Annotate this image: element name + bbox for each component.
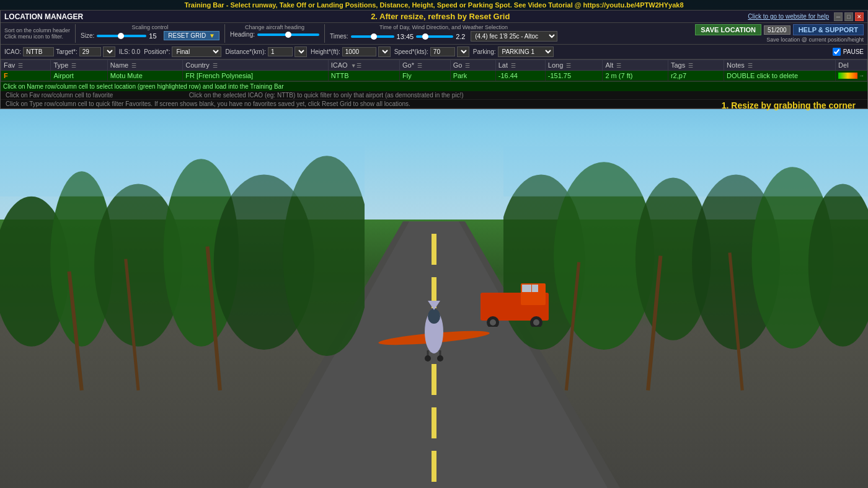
row-fav[interactable]: F <box>1 71 51 81</box>
target-dropdown[interactable]: ▼ <box>103 47 115 57</box>
table-area: Fav ☰ Type ☰ Name ☰ Country ☰ ICAO ▼☰ Go… <box>1 60 867 109</box>
instruction-row-1: Click on Fav row/column cell to favorite… <box>1 91 867 100</box>
svg-marker-39 <box>428 301 440 310</box>
th-lat[interactable]: Lat ☰ <box>495 60 545 71</box>
pause-checkbox[interactable] <box>833 48 841 56</box>
wind-value: 2.2 <box>456 33 468 40</box>
row-notes[interactable]: DOUBLE click to delete <box>724 71 836 81</box>
distance-input[interactable] <box>268 47 293 56</box>
save-row: SAVE LOCATION 51/200 HELP & SUPPORT <box>695 24 864 35</box>
wind-slider[interactable] <box>416 35 453 38</box>
training-bar: Training Bar - Select runway, Take Off o… <box>0 0 868 11</box>
training-bar-text: Training Bar - Select runway, Take Off o… <box>184 1 683 9</box>
save-location-button[interactable]: SAVE LOCATION <box>695 24 761 35</box>
data-table: Fav ☰ Type ☰ Name ☰ Country ☰ ICAO ▼☰ Go… <box>1 60 867 81</box>
close-button[interactable]: ✕ <box>855 12 864 21</box>
distance-label: Distance*(km): <box>225 48 266 55</box>
main-panel: LOCATION MANAGER 2. After resize, refres… <box>0 11 868 109</box>
time-weather-inner: Times: 13:45 2.2 (4.4) fec 1'8 25c - Alt… <box>330 31 557 42</box>
parking-select[interactable]: PARKING 1 <box>498 47 554 57</box>
row-go[interactable]: Park <box>450 71 495 81</box>
scaling-label: Scaling control <box>131 24 168 30</box>
times-value: 13:45 <box>397 33 414 40</box>
position-group: Position*: Final <box>144 47 221 57</box>
parking-group: Parking: PARKING 1 <box>473 47 554 57</box>
svg-point-35 <box>533 319 539 326</box>
th-notes[interactable]: Notes ☰ <box>724 60 836 71</box>
pause-label: PAUSE <box>843 48 864 55</box>
trees-right <box>503 146 868 391</box>
row-type[interactable]: Airport <box>51 71 107 81</box>
maximize-button[interactable]: □ <box>844 12 853 21</box>
load-tip-text: Click on Name row/column cell to select … <box>3 83 283 90</box>
row-tags[interactable]: r2,p7 <box>668 71 724 81</box>
table-row[interactable]: F Airport Motu Mute FR [French Polynesia… <box>1 71 867 81</box>
icao-input[interactable] <box>23 47 54 56</box>
window-controls: ─ □ ✕ <box>834 12 864 21</box>
row-go-star[interactable]: Fly <box>399 71 450 81</box>
th-type[interactable]: Type ☰ <box>51 60 107 71</box>
speed-group: Speed*(kts): ▼ <box>394 47 469 57</box>
height-label: Height*(ft): <box>311 48 340 55</box>
th-tags[interactable]: Tags ☰ <box>668 60 724 71</box>
svg-rect-27 <box>503 146 868 197</box>
annotation-step1: 1. Resize by grabbing the corner <box>722 100 856 109</box>
height-dropdown[interactable]: ▼ <box>378 47 391 57</box>
row-lat[interactable]: -16.44 <box>495 71 545 81</box>
row-country[interactable]: FR [French Polynesia] <box>183 71 329 81</box>
trees-left <box>0 146 365 391</box>
row-del[interactable]: → <box>836 71 867 81</box>
size-slider[interactable] <box>97 35 146 37</box>
th-go-star[interactable]: Go* ☰ <box>399 60 450 71</box>
ui-panel: Training Bar - Select runway, Take Off o… <box>0 0 868 109</box>
time-slider[interactable] <box>351 35 394 38</box>
row-name[interactable]: Motu Mute <box>107 71 182 81</box>
divider-2 <box>224 24 225 43</box>
th-country[interactable]: Country ☰ <box>183 60 329 71</box>
th-alt[interactable]: Alt ☰ <box>603 60 668 71</box>
th-go[interactable]: Go ☰ <box>450 60 495 71</box>
th-long[interactable]: Long ☰ <box>545 60 603 71</box>
th-name[interactable]: Name ☰ <box>107 60 182 71</box>
annotation-step2: 2. After resize, refresh by Reset Grid <box>371 12 510 21</box>
svg-point-38 <box>428 309 440 324</box>
distance-group: Distance*(km): ▼ <box>225 47 307 57</box>
svg-point-42 <box>425 355 431 362</box>
spacer <box>560 24 693 43</box>
divider-3 <box>324 24 325 43</box>
th-del: Del <box>836 60 867 71</box>
sort-tip: Sort on the column header <box>4 27 70 33</box>
row-long[interactable]: -151.75 <box>545 71 603 81</box>
position-select[interactable]: Final <box>172 47 221 57</box>
times-label: Times: <box>330 33 348 40</box>
th-icao[interactable]: ICAO ▼☰ <box>328 60 399 71</box>
location-count: 51/200 <box>764 25 790 35</box>
heading-group: Change aircraft heading Heading: <box>230 24 319 43</box>
svg-point-43 <box>437 355 443 362</box>
help-website-link[interactable]: Click to go to website for help <box>748 13 829 20</box>
aircraft <box>372 288 496 364</box>
instruction-1: Click on Fav row/column cell to favorite… <box>6 92 464 99</box>
th-fav[interactable]: Fav ☰ <box>1 60 51 71</box>
target-input[interactable] <box>79 47 101 56</box>
row-alt[interactable]: 2 m (7 ft) <box>603 71 668 81</box>
minimize-button[interactable]: ─ <box>834 12 843 21</box>
row-icao[interactable]: NTTB <box>328 71 399 81</box>
help-support-button[interactable]: HELP & SUPPORT <box>793 24 864 35</box>
del-btn-bar-area: → <box>838 73 864 79</box>
svg-rect-30 <box>522 285 531 292</box>
time-weather-group: Time of Day, Wind Direction, and Weather… <box>330 24 557 43</box>
del-arrow: → <box>859 73 864 79</box>
heading-slider[interactable] <box>257 33 319 36</box>
target-label: Target*: <box>56 48 77 55</box>
height-input[interactable] <box>342 47 376 56</box>
speed-input[interactable] <box>430 47 455 56</box>
speed-dropdown[interactable]: ▼ <box>457 47 469 57</box>
weather-select[interactable]: (4.4) fec 1'8 25c - Altoc <box>471 31 557 42</box>
reset-grid-button[interactable]: RESET GRID ▼ <box>164 31 219 40</box>
svg-rect-31 <box>532 285 538 292</box>
scaling-inner: Size: 15 RESET GRID ▼ <box>81 31 219 40</box>
distance-dropdown[interactable]: ▼ <box>294 47 307 57</box>
icao-group: ICAO: Target*: ▼ <box>4 47 115 57</box>
speed-label: Speed*(kts): <box>394 48 428 55</box>
